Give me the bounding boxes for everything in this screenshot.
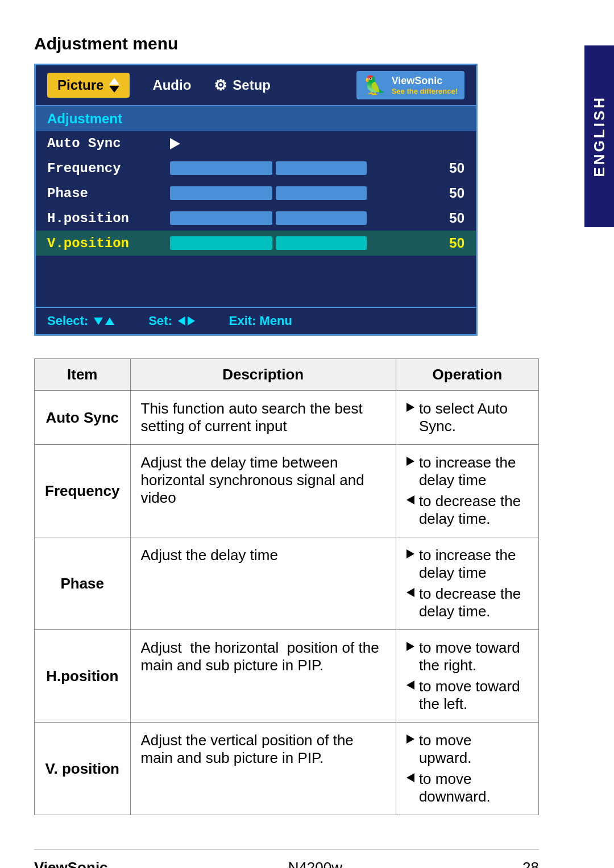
item-hposition: H.position [35, 630, 131, 723]
desc-autosync: This function auto search the best setti… [130, 391, 396, 445]
viewsonic-logo-text: ViewSonic [392, 75, 458, 87]
op-autosync: to select Auto Sync. [396, 391, 538, 445]
vposition-bar-left [170, 236, 272, 250]
set-left-icon [178, 316, 185, 326]
osd-menu-box: Picture Audio ⚙ Setup 🦜 ViewSonic S [34, 64, 478, 336]
op-right-icon-hpos1 [406, 642, 414, 651]
op-vposition-up: to move upward. [419, 732, 528, 767]
desc-vposition: Adjust the vertical position of the main… [130, 723, 396, 815]
vposition-bar-right [276, 236, 367, 250]
adjustment-label: Adjustment [47, 111, 122, 126]
item-vposition: V. position [35, 723, 131, 815]
op-frequency-increase: to increase the delay time [419, 454, 528, 489]
hposition-bar-right [276, 211, 367, 225]
frequency-value: 50 [430, 160, 464, 176]
frequency-bar-right [276, 161, 367, 175]
osd-bottom-bar: Select: Set: Exit: Menu [36, 307, 476, 334]
picture-label: Picture [57, 77, 103, 93]
op-frequency-decrease: to decrease the delay time. [419, 493, 528, 528]
item-frequency: Frequency [35, 445, 131, 537]
phase-bar-left [170, 186, 272, 200]
col-header-item: Item [35, 359, 131, 391]
op-left-icon-vpos2 [406, 773, 414, 782]
bird-icon: 🦜 [363, 74, 386, 96]
op-vposition-down: to move downward. [419, 770, 528, 806]
op-phase-increase: to increase the delay time [419, 546, 528, 582]
op-hposition-left: to move toward the left. [419, 678, 528, 713]
table-row-autosync: Auto Sync This function auto search the … [35, 391, 539, 445]
frequency-bar-left [170, 161, 272, 175]
autosync-label: Auto Sync [47, 136, 161, 151]
set-right-icon [188, 316, 195, 326]
op-right-icon [406, 403, 414, 412]
select-arrows [94, 318, 114, 325]
item-phase: Phase [35, 537, 131, 630]
gear-icon: ⚙ [214, 77, 227, 94]
footer-page: 28 [522, 859, 539, 868]
arrow-up-icon [109, 78, 119, 85]
frequency-bar-container [170, 161, 421, 175]
footer: ViewSonic N4200w 28 [34, 849, 539, 868]
vposition-label: V.position [47, 236, 161, 251]
arrow-down-icon [109, 86, 119, 93]
hposition-bar-container [170, 211, 421, 225]
osd-nav-viewsonic: 🦜 ViewSonic See the difference! [356, 71, 464, 99]
vposition-value: 50 [430, 235, 464, 251]
osd-set-item: Set: [148, 314, 195, 328]
op-right-icon-phase1 [406, 549, 414, 558]
select-label: Select: [47, 314, 88, 328]
osd-empty-area [36, 256, 476, 307]
desc-frequency: Adjust the delay time between horizontal… [130, 445, 396, 537]
frequency-label: Frequency [47, 161, 161, 176]
autosync-arrow [170, 138, 464, 149]
table-row-frequency: Frequency Adjust the delay time between … [35, 445, 539, 537]
osd-exit-item[interactable]: Exit: Menu [229, 314, 292, 328]
hposition-value: 50 [430, 210, 464, 226]
osd-row-phase[interactable]: Phase 50 [36, 181, 476, 206]
viewsonic-sub-text: See the difference! [392, 87, 458, 95]
hposition-label: H.position [47, 211, 161, 226]
side-tab-label: ENGLISH [591, 95, 608, 177]
osd-row-autosync[interactable]: Auto Sync [36, 131, 476, 156]
footer-brand: ViewSonic [34, 859, 108, 868]
op-hposition-right: to move toward the right. [419, 639, 528, 674]
section-title: Adjustment menu [34, 34, 539, 53]
osd-label-bar: Adjustment [36, 106, 476, 131]
phase-value: 50 [430, 185, 464, 201]
exit-label: Exit: Menu [229, 314, 292, 328]
osd-row-frequency[interactable]: Frequency 50 [36, 156, 476, 181]
item-autosync: Auto Sync [35, 391, 131, 445]
desc-hposition: Adjust the horizontal position of the ma… [130, 630, 396, 723]
op-hposition: to move toward the right. to move toward… [396, 630, 538, 723]
set-arrows [178, 316, 195, 326]
table-row-phase: Phase Adjust the delay time to increase … [35, 537, 539, 630]
audio-label: Audio [152, 77, 191, 93]
select-up-icon [105, 318, 114, 325]
op-left-icon-freq2 [406, 495, 414, 504]
table-row-hposition: H.position Adjust the horizontal positio… [35, 630, 539, 723]
phase-bar-right [276, 186, 367, 200]
table-row-vposition: V. position Adjust the vertical position… [35, 723, 539, 815]
footer-model: N4200w [108, 859, 523, 868]
osd-nav-bar: Picture Audio ⚙ Setup 🦜 ViewSonic S [36, 65, 476, 106]
osd-nav-picture[interactable]: Picture [47, 73, 130, 98]
osd-select-item: Select: [47, 314, 114, 328]
phase-bar-container [170, 186, 421, 200]
op-left-icon-hpos2 [406, 681, 414, 690]
side-tab: ENGLISH [584, 45, 614, 227]
osd-nav-audio[interactable]: Audio [152, 77, 191, 93]
osd-row-hposition[interactable]: H.position 50 [36, 206, 476, 231]
desc-phase: Adjust the delay time [130, 537, 396, 630]
op-frequency: to increase the delay time to decrease t… [396, 445, 538, 537]
osd-row-vposition[interactable]: V.position 50 [36, 231, 476, 256]
op-right-icon-freq1 [406, 457, 414, 466]
setup-label: Setup [233, 77, 271, 93]
picture-nav-arrows [109, 78, 119, 93]
info-table: Item Description Operation Auto Sync Thi… [34, 358, 539, 815]
select-down-icon [94, 318, 103, 325]
op-autosync-text: to select Auto Sync. [419, 400, 528, 435]
osd-nav-setup[interactable]: ⚙ Setup [214, 77, 271, 94]
hposition-bar-left [170, 211, 272, 225]
op-left-icon-phase2 [406, 588, 414, 597]
col-header-operation: Operation [396, 359, 538, 391]
